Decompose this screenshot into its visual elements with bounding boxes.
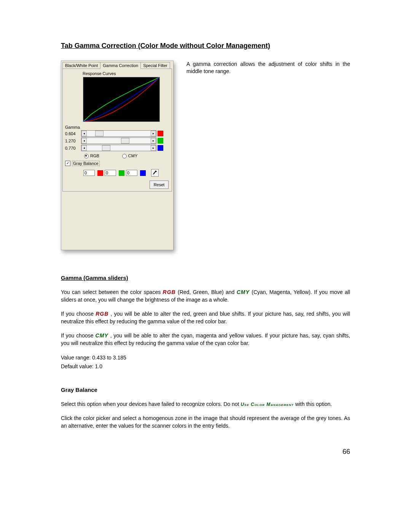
slider-thumb[interactable]	[102, 145, 110, 151]
eyedropper-icon	[153, 171, 157, 175]
swatch-blue	[158, 145, 163, 151]
swatch-blue	[140, 170, 146, 176]
cmy-keyword: CMY	[96, 332, 108, 339]
curve-red	[83, 77, 159, 121]
gamma-value-green: 1.270	[65, 139, 81, 143]
gamma-slider-red: 0.604 ◂ ▸	[65, 130, 169, 137]
gray-balance-checkbox[interactable]: ✓	[65, 161, 70, 166]
arrow-right-icon[interactable]: ▸	[151, 145, 156, 151]
response-curves-chart	[83, 77, 160, 122]
radio-rgb-label: RGB	[90, 153, 99, 158]
gray-balance-label: Gray Balance	[72, 161, 100, 166]
slider-track[interactable]	[87, 131, 151, 136]
text: with this option.	[295, 401, 332, 407]
gamma-label: Gamma	[65, 125, 169, 129]
section-gamma-heading: Gamma (Gamma sliders)	[61, 275, 350, 281]
arrow-right-icon[interactable]: ▸	[151, 138, 156, 144]
radio-icon	[122, 154, 127, 158]
tab-bw-point[interactable]: Black/White Point	[62, 62, 100, 69]
section1-p1: You can select between the color spaces …	[61, 289, 350, 304]
swatch-red	[158, 131, 163, 136]
use-color-management-keyword: Use Color Management	[241, 402, 293, 407]
gb-field-red[interactable]: 0	[83, 170, 95, 176]
cmy-keyword: CMY	[237, 289, 250, 295]
curve-green	[83, 77, 159, 121]
arrow-left-icon[interactable]: ◂	[81, 131, 87, 136]
text: If you choose	[61, 311, 96, 317]
rgb-keyword: RGB	[96, 311, 108, 317]
arrow-left-icon[interactable]: ◂	[81, 138, 87, 144]
tab-gamma-correction[interactable]: Gamma Correction	[100, 62, 141, 69]
tab-content: Response Curves Gamma 0.604 ◂ ▸	[62, 69, 172, 192]
radio-rgb[interactable]: RGB	[84, 153, 99, 158]
curve-blue	[83, 77, 159, 121]
radio-cmy[interactable]: CMY	[122, 153, 137, 158]
gamma-slider-blue: 0.770 ◂ ▸	[65, 145, 169, 151]
section-graybalance-heading: Gray Balance	[61, 387, 350, 393]
gray-balance-row: ✓ Gray Balance	[65, 161, 169, 166]
intro-text: A gamma correction allows the adjustment…	[186, 61, 350, 75]
text: You can select between the color spaces	[61, 289, 163, 295]
section1-p3: If you choose CMY , you will be able to …	[61, 332, 350, 347]
section1-p2: If you choose RGB , you will be able to …	[61, 310, 350, 325]
text: (Red, Green, Blue) and	[178, 289, 237, 295]
reset-button[interactable]: Reset	[150, 181, 169, 189]
gamma-scrollbar-green[interactable]: ◂ ▸	[81, 137, 156, 144]
gamma-value-blue: 0.770	[65, 146, 81, 150]
tab-special-filter[interactable]: Special Filter	[140, 62, 170, 69]
gamma-slider-green: 1.270 ◂ ▸	[65, 137, 169, 144]
default-value: Default value: 1.0	[61, 363, 350, 371]
page-title: Tab Gamma Correction (Color Mode without…	[61, 42, 350, 50]
tab-bar: Black/White Point Gamma Correction Speci…	[61, 61, 173, 69]
gamma-panel: Black/White Point Gamma Correction Speci…	[61, 61, 174, 250]
eyedropper-button[interactable]	[151, 169, 159, 177]
slider-thumb[interactable]	[95, 131, 104, 136]
gamma-value-red: 0.604	[65, 131, 81, 136]
color-space-radios: RGB CMY	[84, 153, 169, 158]
slider-thumb[interactable]	[121, 138, 129, 144]
slider-track[interactable]	[87, 138, 151, 144]
page-number: 66	[342, 448, 350, 456]
text: Select this option when your devices hav…	[61, 401, 241, 407]
gb-field-blue[interactable]: 0	[126, 170, 137, 176]
arrow-left-icon[interactable]: ◂	[81, 145, 87, 151]
swatch-green	[158, 138, 163, 144]
curves-svg	[83, 77, 159, 121]
slider-track[interactable]	[87, 145, 151, 151]
section2-p1: Select this option when your devices hav…	[61, 401, 350, 408]
gray-balance-inputs: 0 0 0	[83, 169, 169, 177]
gamma-scrollbar-red[interactable]: ◂ ▸	[81, 130, 156, 137]
radio-icon	[84, 154, 89, 158]
radio-cmy-label: CMY	[128, 153, 137, 158]
value-range: Value range: 0.433 to 3.185	[61, 354, 350, 362]
swatch-green	[119, 170, 124, 176]
swatch-red	[97, 170, 103, 176]
section2-p2: Click the color picker and select a homo…	[61, 415, 350, 430]
arrow-right-icon[interactable]: ▸	[151, 131, 156, 136]
rgb-keyword: RGB	[163, 289, 176, 295]
response-curves-label: Response Curves	[65, 69, 169, 77]
gamma-scrollbar-blue[interactable]: ◂ ▸	[81, 145, 156, 151]
gb-field-green[interactable]: 0	[105, 170, 116, 176]
text: If you choose	[61, 332, 96, 339]
